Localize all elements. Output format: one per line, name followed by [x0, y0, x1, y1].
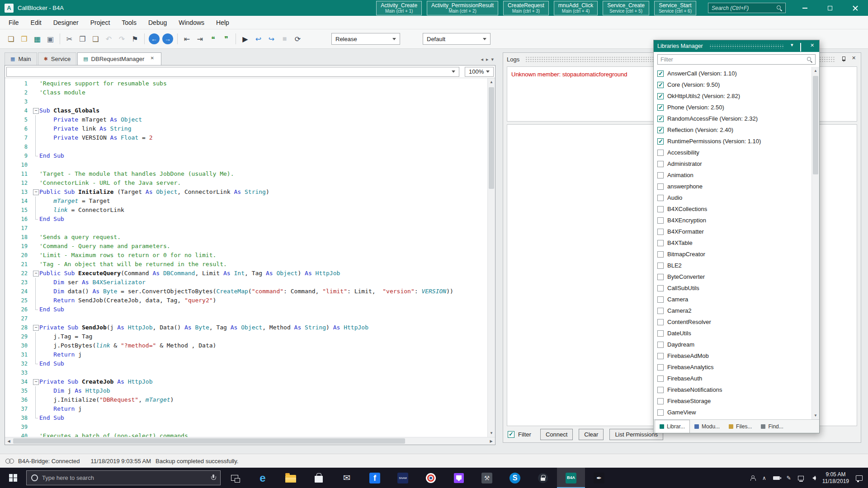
tool-tab-librar[interactable]: Librar... [655, 420, 690, 433]
pin-icon[interactable] [841, 56, 846, 62]
menu-tools[interactable]: Tools [116, 17, 142, 28]
code-line-20[interactable]: 20'Limit - Maximum rows to return or 0 f… [5, 251, 487, 260]
titlebar-shortcut-activity_permissionresult[interactable]: Activity_PermissionResultMain (ctrl + 2) [427, 1, 498, 15]
library-item[interactable]: Daydream [656, 339, 811, 350]
close-tab-icon[interactable] [150, 56, 156, 62]
navigate-forward-icon[interactable]: → [162, 33, 173, 44]
code-line-37[interactable]: 37 Return j [5, 404, 487, 413]
action-center-icon[interactable] [856, 475, 863, 481]
jump-back-icon[interactable]: ↩ [252, 33, 264, 45]
library-item[interactable]: B4XTable [656, 237, 811, 249]
library-checkbox[interactable] [657, 127, 664, 133]
editor-tab-main[interactable]: ▦Main [5, 52, 37, 65]
editor-vertical-scrollbar[interactable] [487, 78, 495, 437]
taskbar-camera-app[interactable] [417, 468, 445, 488]
fold-collapse-icon[interactable] [32, 106, 39, 115]
code-line-14[interactable]: 14 mTarget = Target [5, 197, 487, 206]
scroll-down-icon[interactable] [812, 412, 819, 419]
menu-file[interactable]: File [3, 17, 25, 28]
library-checkbox[interactable] [657, 375, 664, 382]
code-line-32[interactable]: 32End Sub [5, 359, 487, 368]
menu-windows[interactable]: Windows [173, 17, 210, 28]
library-checkbox[interactable] [657, 240, 664, 246]
editor-tab-service[interactable]: ✱Service [38, 52, 77, 65]
library-filter-box[interactable] [657, 54, 816, 65]
code-line-6[interactable]: 6 Private link As String [5, 124, 487, 133]
library-checkbox[interactable] [657, 353, 664, 359]
code-line-25[interactable]: 25 Return SendJob(CreateJob, data, Tag, … [5, 296, 487, 305]
library-item[interactable]: CallSubUtils [656, 282, 811, 294]
libraries-manager-titlebar[interactable]: Libraries Manager [654, 40, 819, 52]
maximize-button[interactable] [817, 0, 843, 16]
code-line-27[interactable]: 27 [5, 314, 487, 323]
library-item[interactable]: Audio [656, 192, 811, 203]
library-item[interactable]: ContentResolver [656, 316, 811, 328]
library-checkbox[interactable] [657, 387, 664, 393]
outdent-icon[interactable]: ⇤ [181, 33, 193, 45]
taskbar-microsoft-edge[interactable]: e [249, 468, 277, 488]
library-checkbox[interactable] [657, 251, 664, 258]
taskbar-microsoft-store[interactable] [305, 468, 333, 488]
code-line-10[interactable]: 10 [5, 160, 487, 169]
library-filter-input[interactable] [660, 56, 807, 63]
library-checkbox[interactable] [657, 138, 664, 145]
library-checkbox[interactable] [657, 104, 664, 111]
library-checkbox[interactable] [657, 330, 664, 337]
cut-icon[interactable]: ✂ [63, 33, 75, 45]
tool-tab-modu[interactable]: Modu... [690, 420, 724, 433]
run-icon[interactable]: ▶ [239, 33, 251, 45]
code-line-11[interactable]: 11'Target - The module that handles JobD… [5, 169, 487, 178]
titlebar-shortcut-service_create[interactable]: Service_CreateService (ctrl + 5) [603, 1, 649, 15]
library-checkbox[interactable] [657, 172, 664, 178]
code-line-13[interactable]: 13Public Sub Initialize (Target As Objec… [5, 188, 487, 197]
copy-icon[interactable]: ❐ [76, 33, 89, 45]
library-checkbox[interactable] [657, 364, 664, 371]
fold-collapse-icon[interactable] [32, 188, 39, 197]
new-project-icon[interactable]: ❏ [5, 33, 17, 45]
library-checkbox[interactable] [657, 409, 664, 416]
libraries-scrollbar[interactable] [811, 67, 819, 419]
jump-forward-icon[interactable]: ↪ [265, 33, 278, 45]
people-icon[interactable] [750, 475, 755, 481]
library-item[interactable]: Accessibility [656, 147, 811, 158]
window-position-menu-icon[interactable] [790, 43, 796, 49]
library-checkbox[interactable] [657, 70, 664, 77]
code-line-15[interactable]: 15 link = ConnectorLink [5, 206, 487, 215]
library-checkbox[interactable] [657, 319, 664, 325]
library-checkbox[interactable] [657, 229, 664, 235]
comment-icon[interactable]: ❝ [207, 33, 219, 45]
editor-horizontal-scrollbar[interactable] [5, 437, 495, 445]
connect-button[interactable]: Connect [540, 429, 573, 440]
taskbar-facebook[interactable]: f [361, 468, 389, 488]
fold-collapse-icon[interactable] [32, 269, 39, 278]
library-item[interactable]: FirebaseAnalytics [656, 361, 811, 373]
code-line-34[interactable]: 34Private Sub CreateJob As HttpJob [5, 377, 487, 386]
library-checkbox[interactable] [657, 161, 664, 167]
pen-input-icon[interactable]: ✎ [787, 475, 791, 481]
build-configuration-select[interactable]: Release [331, 33, 400, 45]
code-line-19[interactable]: 19'Command - Query name and parameters. [5, 242, 487, 251]
library-item[interactable]: Camera [656, 294, 811, 305]
modules-icon[interactable]: ▣ [44, 33, 57, 45]
code-line-17[interactable]: 17 [5, 224, 487, 233]
uncomment-icon[interactable]: ❞ [220, 33, 232, 45]
code-line-21[interactable]: 21'Tag - An object that will be returned… [5, 260, 487, 269]
scroll-down-icon[interactable] [488, 429, 495, 437]
code-line-40[interactable]: 40'Executes a batch of (non-select) comm… [5, 432, 487, 437]
close-panel-icon[interactable] [810, 43, 816, 49]
code-line-16[interactable]: 16End Sub [5, 215, 487, 224]
library-checkbox[interactable] [657, 116, 664, 122]
module-navigator-select[interactable] [6, 67, 459, 77]
code-line-9[interactable]: 9End Sub [5, 151, 487, 160]
menu-debug[interactable]: Debug [142, 17, 173, 28]
bookmark-icon[interactable]: ⚑ [129, 33, 141, 45]
library-item[interactable]: B4XFormatter [656, 226, 811, 237]
library-item[interactable]: ByteConverter [656, 271, 811, 282]
code-line-28[interactable]: 28Private Sub SendJob(j As HttpJob, Data… [5, 323, 487, 332]
minimize-button[interactable] [792, 0, 817, 16]
code-line-5[interactable]: 5 Private mTarget As Object [5, 115, 487, 124]
code-line-30[interactable]: 30 j.PostBytes(link & "?method=" & Metho… [5, 341, 487, 350]
open-project-icon[interactable]: ❒ [18, 33, 30, 45]
redo-icon[interactable]: ↷ [116, 33, 128, 45]
library-checkbox[interactable] [657, 263, 664, 269]
